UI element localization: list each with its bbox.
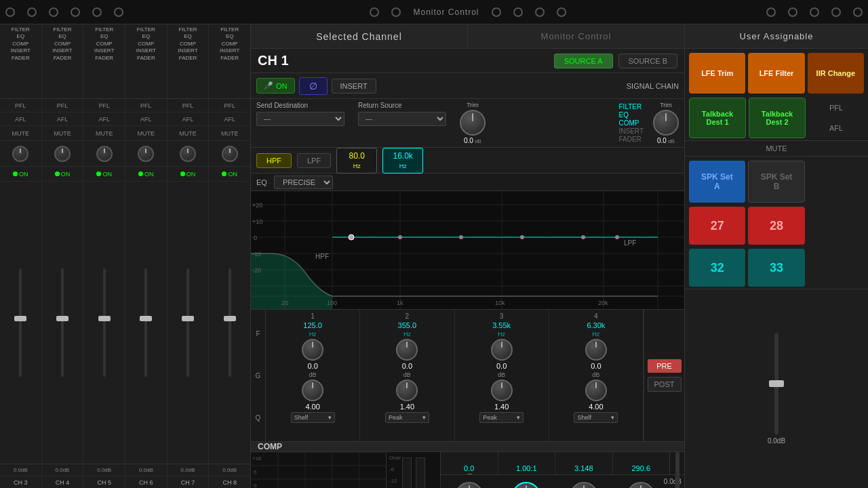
ch-knob-5[interactable] <box>209 141 250 166</box>
ch-28-button[interactable]: 28 <box>748 207 804 245</box>
eq-type-select[interactable]: PRECISE LINEAR <box>274 176 333 189</box>
pre-button[interactable]: PRE <box>648 359 682 373</box>
ch-32-button[interactable]: 32 <box>689 249 745 287</box>
eq-band-4-knob-f[interactable] <box>585 339 607 361</box>
eq-band-2-knob-f[interactable] <box>396 339 418 361</box>
eq-band-1-knob-g[interactable] <box>302 380 323 401</box>
main-fader[interactable] <box>675 452 679 488</box>
eq-band-4-type[interactable]: Shelf ▾ <box>574 412 618 423</box>
mute-btn-5[interactable]: MUTE <box>209 126 250 140</box>
ch-knob-3[interactable] <box>125 141 167 166</box>
iir-change-button[interactable]: IIR Change <box>808 53 864 94</box>
mute-btn-0[interactable]: MUTE <box>0 126 42 140</box>
top-icon-5[interactable] <box>92 7 102 17</box>
eq-band-1-knob-f[interactable] <box>302 339 323 361</box>
fader-col-3[interactable] <box>125 182 167 464</box>
talkback-dest-1-button[interactable]: TalkbackDest 1 <box>689 98 746 138</box>
return-source-select[interactable]: --- <box>358 112 446 126</box>
mute-btn-2[interactable]: MUTE <box>83 126 125 140</box>
right-channel-fader[interactable] <box>774 333 778 434</box>
on-btn-1[interactable]: ON <box>42 167 84 181</box>
afl-btn-4[interactable]: AFL <box>167 113 210 125</box>
fader-col-4[interactable] <box>167 182 210 464</box>
eq-graph[interactable]: HPF LPF +20 +10 0 -10 -20 20 100 1k <box>251 191 684 310</box>
trim-knob-right[interactable] <box>653 110 679 136</box>
trim-value-left: 0.0 dB <box>464 137 481 144</box>
fader-col-2[interactable] <box>83 182 125 464</box>
mute-btn-4[interactable]: MUTE <box>167 126 210 140</box>
lfe-filter-button[interactable]: LFE Filter <box>748 53 804 94</box>
insert-button[interactable]: INSERT <box>332 79 376 94</box>
ch-27-button[interactable]: 27 <box>689 207 745 245</box>
eq-band-3-knob-f[interactable] <box>491 339 513 361</box>
top-right-icon-3[interactable] <box>810 7 819 17</box>
send-destination-select[interactable]: --- <box>256 112 344 126</box>
fader-col-0[interactable] <box>0 182 42 464</box>
source-b-button[interactable]: SOURCE B <box>618 54 677 68</box>
on-btn-4[interactable]: ON <box>167 167 210 181</box>
pfl-btn-2[interactable]: PFL <box>83 99 125 112</box>
top-right-icon-5[interactable] <box>853 7 863 17</box>
top-center-icon-2[interactable] <box>391 7 401 17</box>
pfl-btn-4[interactable]: PFL <box>167 99 210 112</box>
spk-set-a-button[interactable]: SPK SetA <box>689 161 745 203</box>
fader-col-5[interactable] <box>209 182 250 464</box>
lpf-hz-display[interactable]: 16.0k Hz <box>382 148 423 174</box>
on-btn-5[interactable]: ON <box>209 167 250 181</box>
top-right-icon-2[interactable] <box>788 7 797 17</box>
afl-btn-0[interactable]: AFL <box>0 113 42 125</box>
top-center-icon-1[interactable] <box>370 7 379 17</box>
eq-band-3-knob-g[interactable] <box>491 380 513 401</box>
on-btn-3[interactable]: ON <box>125 167 167 181</box>
eq-band-3-type[interactable]: Peak ▾ <box>479 412 524 423</box>
ch-33-button[interactable]: 33 <box>748 249 804 287</box>
ch-knob-0[interactable] <box>0 141 42 166</box>
afl-right[interactable]: AFL <box>829 124 843 132</box>
ch-knob-4[interactable] <box>167 141 210 166</box>
on-btn-0[interactable]: ON <box>0 167 42 181</box>
ch-knob-2[interactable] <box>83 141 125 166</box>
lpf-button[interactable]: LPF <box>297 153 331 168</box>
post-button[interactable]: POST <box>648 377 682 392</box>
top-icon-1[interactable] <box>5 7 15 17</box>
mute-btn-1[interactable]: MUTE <box>42 126 84 140</box>
eq-band-2-type[interactable]: Peak ▾ <box>385 412 429 423</box>
on-button[interactable]: 🎤 ON <box>256 78 295 94</box>
top-center-icon-4[interactable] <box>513 7 523 17</box>
top-icon-6[interactable] <box>114 7 123 17</box>
mute-right[interactable]: MUTE <box>766 144 787 152</box>
spk-set-b-button[interactable]: SPK SetB <box>748 161 806 203</box>
ch-knob-1[interactable] <box>42 141 84 166</box>
lfe-trim-button[interactable]: LFE Trim <box>689 53 745 94</box>
talkback-dest-2-button[interactable]: TalkbackDest 2 <box>749 98 806 138</box>
pfl-btn-0[interactable]: PFL <box>0 99 42 112</box>
afl-btn-3[interactable]: AFL <box>125 113 167 125</box>
top-icon-4[interactable] <box>71 7 80 17</box>
pfl-btn-1[interactable]: PFL <box>42 99 84 112</box>
phase-button[interactable]: ∅ <box>299 77 328 95</box>
top-center-icon-5[interactable] <box>535 7 545 17</box>
fader-col-1[interactable] <box>42 182 84 464</box>
comp-graph[interactable]: +18 6 0 -6 -12 -18 -40 <box>251 452 387 488</box>
eq-band-4-knob-g[interactable] <box>585 380 607 401</box>
eq-band-1-type[interactable]: Shelf ▾ <box>291 412 335 423</box>
afl-btn-5[interactable]: AFL <box>209 113 250 125</box>
hpf-hz-display[interactable]: 80.0 Hz <box>336 148 377 174</box>
pfl-right[interactable]: PFL <box>829 104 843 112</box>
afl-btn-1[interactable]: AFL <box>42 113 84 125</box>
hpf-button[interactable]: HPF <box>256 153 292 168</box>
on-btn-2[interactable]: ON <box>83 167 125 181</box>
trim-knob-left[interactable] <box>460 110 486 136</box>
eq-band-2-knob-g[interactable] <box>396 380 418 401</box>
pfl-btn-5[interactable]: PFL <box>209 99 250 112</box>
afl-btn-2[interactable]: AFL <box>83 113 125 125</box>
top-right-icon-1[interactable] <box>766 7 776 17</box>
top-icon-3[interactable] <box>49 7 58 17</box>
top-center-icon-3[interactable] <box>492 7 501 17</box>
source-a-button[interactable]: SOURCE A <box>554 54 613 68</box>
mute-btn-3[interactable]: MUTE <box>125 126 167 140</box>
top-center-icon-6[interactable] <box>557 7 566 17</box>
top-icon-2[interactable] <box>27 7 37 17</box>
top-right-icon-4[interactable] <box>831 7 841 17</box>
pfl-btn-3[interactable]: PFL <box>125 99 167 112</box>
